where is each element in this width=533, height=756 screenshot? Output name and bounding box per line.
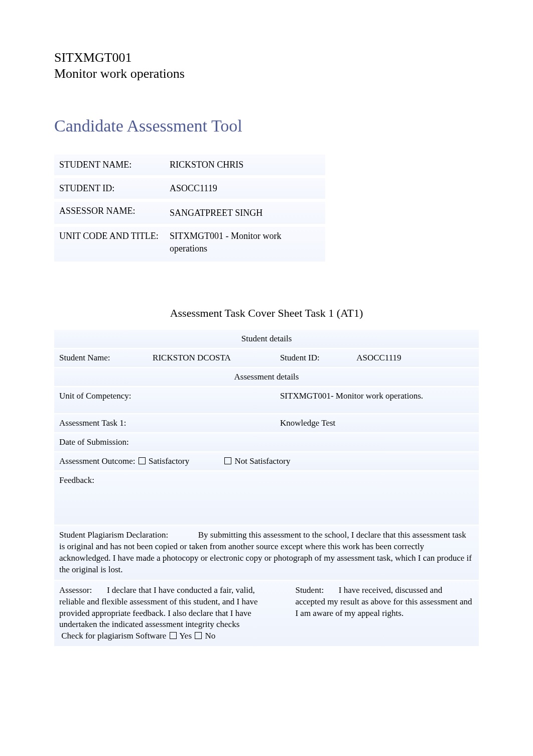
student-details-header: Student details: [54, 330, 479, 348]
student-name-value: RICKSTON CHRIS: [165, 155, 325, 177]
assessment-table: Student details Student Name: RICKSTON D…: [54, 329, 479, 647]
date-submission-value: [275, 433, 479, 451]
plag-no: No: [205, 631, 216, 641]
table-student-id-label: Student ID:: [275, 349, 351, 367]
checkbox-satisfactory[interactable]: [139, 457, 146, 464]
cover-sheet-heading: Assessment Task Cover Sheet Task 1 (AT1): [54, 307, 479, 320]
outcome-not-satisfactory: Not Satisfactory: [235, 456, 291, 466]
student-name-label: STUDENT NAME:: [54, 155, 165, 177]
assessor-name-label: ASSESSOR NAME:: [54, 200, 165, 225]
assessor-declaration: Assessor: I declare that I have conducte…: [59, 585, 282, 643]
assessor-name-value: SANGATPREET SINGH: [165, 200, 325, 225]
plagiarism-label: Student Plagiarism Declaration:: [59, 530, 168, 540]
task1-value: Knowledge Test: [275, 414, 479, 432]
student-declaration: Student: I have received, discussed and …: [295, 585, 474, 643]
student-decl-label: Student:: [295, 585, 324, 595]
unit-code-title-value: SITXMGT001 - Monitor work operations: [165, 225, 325, 262]
task1-label: Assessment Task 1:: [54, 414, 275, 432]
checkbox-plag-no[interactable]: [195, 632, 202, 639]
page-title: Candidate Assessment Tool: [54, 116, 479, 136]
date-submission-label: Date of Submission:: [54, 433, 275, 451]
unit-code: SITXMGT001: [54, 50, 479, 65]
unit-competency-value: SITXMGT001- Monitor work operations.: [275, 387, 479, 413]
assessor-decl-label: Assessor:: [59, 585, 92, 595]
outcome-label: Assessment Outcome:: [59, 456, 136, 466]
outcome-row: Assessment Outcome: Satisfactory Not Sat…: [54, 452, 479, 470]
checkbox-not-satisfactory[interactable]: [224, 457, 231, 464]
plagiarism-declaration: Student Plagiarism Declaration: By submi…: [54, 526, 479, 580]
document-page: SITXMGT001 Monitor work operations Candi…: [0, 0, 533, 756]
outcome-satisfactory: Satisfactory: [149, 456, 189, 466]
declarations-row: Assessor: I declare that I have conducte…: [54, 581, 479, 647]
feedback-cell: Feedback:: [54, 471, 479, 525]
table-student-id-value: ASOCC1119: [351, 349, 479, 367]
unit-competency-label: Unit of Competency:: [54, 387, 275, 413]
student-info-block: STUDENT NAME: RICKSTON CHRIS STUDENT ID:…: [54, 155, 325, 262]
unit-code-title-label: UNIT CODE AND TITLE:: [54, 225, 165, 262]
assessment-details-header: Assessment details: [54, 368, 479, 386]
student-id-label: STUDENT ID:: [54, 177, 165, 200]
unit-name: Monitor work operations: [54, 66, 479, 81]
plag-yes: Yes: [179, 631, 192, 641]
checkbox-plag-yes[interactable]: [170, 632, 177, 639]
student-id-value: ASOCC1119: [165, 177, 325, 200]
plag-check-label: Check for plagiarism Software: [61, 631, 166, 641]
feedback-label: Feedback:: [59, 475, 94, 485]
table-student-name-value: RICKSTON DCOSTA: [148, 349, 275, 367]
table-student-name-label: Student Name:: [54, 349, 148, 367]
